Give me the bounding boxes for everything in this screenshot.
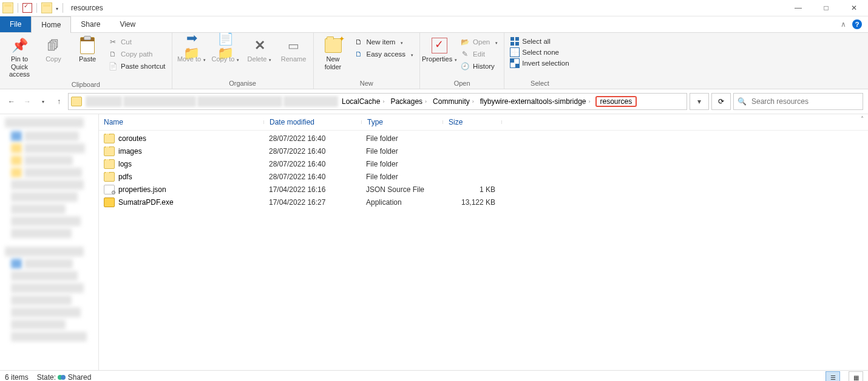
address-folder-icon (71, 97, 82, 106)
file-date: 28/07/2022 16:40 (264, 147, 361, 156)
up-button[interactable]: ↑ (52, 95, 66, 108)
column-type[interactable]: Type (362, 118, 444, 126)
tab-file[interactable]: File (0, 16, 31, 32)
new-folder-button[interactable]: New folder (317, 36, 349, 72)
app-icon (2, 2, 13, 13)
properties-button[interactable]: Properties (424, 36, 455, 64)
breadcrumb-item[interactable]: Community› (430, 97, 476, 106)
search-box[interactable]: 🔍 (733, 93, 863, 110)
pin-quick-access-button[interactable]: 📌 Pin to Quick access (4, 36, 35, 80)
select-none-icon (510, 48, 519, 57)
recent-locations-button[interactable]: ▾ (36, 95, 50, 108)
select-none-button[interactable]: Select none (508, 47, 571, 57)
close-button[interactable]: ✕ (840, 0, 868, 16)
status-bar: 6 items State: Shared ☰ ▦ (0, 370, 868, 381)
forward-button[interactable]: → (21, 95, 34, 108)
file-type: Application (361, 198, 442, 207)
qat-dropdown[interactable] (54, 4, 58, 12)
nav-row: ← → ▾ ↑ LocalCache› Packages› Community›… (0, 89, 868, 114)
maximize-button[interactable]: □ (812, 0, 840, 16)
edit-button[interactable]: Edit (458, 49, 500, 60)
properties-icon (432, 38, 447, 53)
cut-button[interactable]: ✂Cut (106, 36, 168, 47)
breadcrumb-item[interactable]: Packages› (388, 97, 429, 106)
ribbon-collapse-icon[interactable]: ∧ (841, 20, 846, 29)
help-icon[interactable]: ? (852, 19, 862, 29)
scroll-up-icon[interactable]: ˄ (857, 115, 867, 125)
paste-button[interactable]: Paste (72, 36, 103, 64)
select-all-button[interactable]: Select all (508, 36, 571, 46)
column-name[interactable]: Name (99, 118, 265, 126)
group-organise: ➡📁 Move to 📄📁 Copy to ✕ Delete ▭ Rename … (172, 33, 314, 89)
file-size: 13,122 KB (442, 198, 500, 207)
tab-view[interactable]: View (110, 16, 145, 32)
address-history-dropdown[interactable]: ▾ (690, 93, 709, 110)
new-item-icon (354, 37, 364, 47)
easy-access-icon (354, 49, 364, 59)
file-rows: coroutes28/07/2022 16:40File folderimage… (99, 131, 868, 208)
copy-button[interactable]: 🗐 Copy (38, 36, 69, 64)
paste-label: Paste (79, 55, 96, 63)
group-new-label: New (317, 78, 416, 89)
group-clipboard-label: Clipboard (4, 80, 168, 90)
file-type: JSON Source File (361, 185, 442, 194)
view-large-icons-button[interactable]: ▦ (849, 371, 863, 381)
status-state: State: Shared (37, 373, 92, 381)
file-name: logs (118, 160, 132, 168)
move-to-button[interactable]: ➡📁 Move to (176, 36, 208, 64)
view-details-button[interactable]: ☰ (826, 371, 840, 381)
breadcrumb-item[interactable]: flybywire-externaltools-simbridge› (478, 97, 593, 106)
file-type: File folder (361, 147, 442, 156)
easy-access-button[interactable]: Easy access (351, 49, 416, 60)
history-button[interactable]: History (458, 61, 500, 72)
back-button[interactable]: ← (5, 95, 18, 108)
ribbon-tabs: File Home Share View ∧ ? (0, 16, 868, 33)
tab-share[interactable]: Share (71, 16, 110, 32)
exe-icon (104, 197, 115, 207)
file-row[interactable]: pdfs28/07/2022 16:40File folder (99, 170, 868, 183)
breadcrumb-item[interactable]: LocalCache› (339, 97, 387, 106)
file-row[interactable]: logs28/07/2022 16:40File folder (99, 157, 868, 170)
copy-to-icon: 📄📁 (217, 37, 234, 54)
invert-selection-button[interactable]: Invert selection (508, 58, 571, 68)
paste-shortcut-button[interactable]: Paste shortcut (106, 61, 168, 72)
address-bar[interactable]: LocalCache› Packages› Community› flybywi… (68, 93, 687, 110)
rename-button[interactable]: ▭ Rename (278, 36, 310, 64)
column-headers: Name Date modified Type Size ˄ (99, 114, 868, 131)
column-date[interactable]: Date modified (265, 118, 362, 126)
group-new: New folder New item Easy access New (314, 33, 421, 89)
qat-newfolder-icon[interactable] (41, 2, 52, 13)
search-input[interactable] (750, 97, 859, 106)
open-button[interactable]: Open (458, 36, 500, 47)
file-date: 17/04/2022 16:16 (264, 185, 361, 194)
file-type: File folder (361, 134, 442, 143)
qat-properties-icon[interactable] (22, 3, 32, 13)
tab-home[interactable]: Home (31, 16, 71, 33)
file-row[interactable]: properties.json17/04/2022 16:16JSON Sour… (99, 183, 868, 196)
file-row[interactable]: coroutes28/07/2022 16:40File folder (99, 132, 868, 145)
column-size[interactable]: Size (444, 118, 503, 126)
file-type: File folder (361, 173, 442, 181)
copy-to-button[interactable]: 📄📁 Copy to (210, 36, 242, 64)
history-icon (460, 61, 470, 71)
open-icon (460, 37, 470, 47)
move-to-icon: ➡📁 (183, 37, 200, 54)
file-row[interactable]: SumatraPDF.exe17/04/2022 16:27Applicatio… (99, 196, 868, 208)
copy-path-button[interactable]: Copy path (106, 49, 168, 60)
file-row[interactable]: images28/07/2022 16:40File folder (99, 145, 868, 157)
navigation-pane[interactable] (0, 114, 99, 370)
file-type: File folder (361, 160, 442, 168)
select-all-icon (510, 37, 519, 46)
breadcrumb-current[interactable]: resources (595, 96, 637, 107)
refresh-button[interactable]: ⟳ (711, 93, 731, 110)
new-item-button[interactable]: New item (351, 36, 416, 47)
search-icon: 🔍 (737, 97, 747, 106)
delete-button[interactable]: ✕ Delete (244, 36, 276, 64)
group-select: Select all Select none Invert selection … (504, 33, 575, 89)
title-bar: resources — □ ✕ (0, 0, 868, 16)
rename-icon: ▭ (285, 37, 302, 54)
minimize-button[interactable]: — (784, 0, 812, 16)
file-list-pane: Name Date modified Type Size ˄ coroutes2… (99, 114, 868, 370)
shared-icon (58, 375, 66, 380)
item-count: 6 items (5, 373, 29, 381)
